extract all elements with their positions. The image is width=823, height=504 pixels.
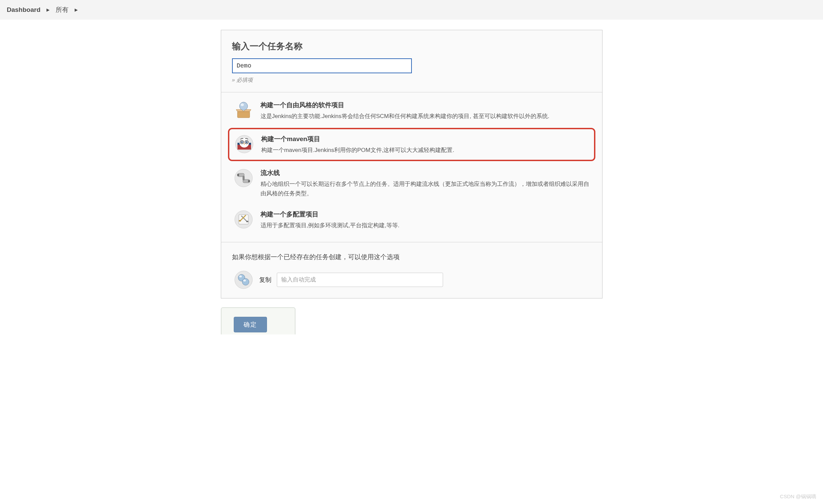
breadcrumb-dashboard[interactable]: Dashboard <box>7 6 40 14</box>
option-title: 流水线 <box>261 169 591 177</box>
ok-button[interactable]: 确定 <box>234 317 267 332</box>
svg-point-11 <box>241 141 243 143</box>
option-pipeline[interactable]: 流水线 精心地组织一个可以长期运行在多个节点上的任务。适用于构建流水线（更加正式… <box>228 162 595 204</box>
option-desc: 构建一个maven项目.Jenkins利用你的POM文件,这样可以大大减轻构建配… <box>261 146 591 155</box>
svg-point-18 <box>248 180 250 182</box>
breadcrumb: Dashboard ▶ 所有 ▶ <box>0 0 823 20</box>
required-hint: » 必填项 <box>232 77 591 84</box>
copy-label: 复制 <box>259 276 271 284</box>
svg-point-4 <box>241 103 244 106</box>
copy-section: 如果你想根据一个已经存在的任务创建，可以使用这个选项 复制 <box>221 242 602 298</box>
option-freestyle[interactable]: 构建一个自由风格的软件项目 这是Jenkins的主要功能.Jenkins将会结合… <box>228 95 595 127</box>
svg-rect-20 <box>239 215 248 224</box>
svg-point-27 <box>239 275 242 277</box>
maven-icon <box>234 134 254 154</box>
pipeline-icon <box>233 168 254 188</box>
svg-rect-0 <box>237 112 250 118</box>
svg-point-28 <box>242 278 249 285</box>
option-desc: 适用于多配置项目,例如多环境测试,平台指定构建,等等. <box>261 221 591 230</box>
chevron-right-icon: ▶ <box>46 7 50 12</box>
option-maven[interactable]: 构建一个maven项目 构建一个maven项目.Jenkins利用你的POM文件… <box>228 128 595 161</box>
option-title: 构建一个maven项目 <box>261 135 591 143</box>
name-section: 输入一个任务名称 » 必填项 <box>221 30 602 92</box>
multiconfig-icon <box>233 209 254 230</box>
option-multiconfig[interactable]: 构建一个多配置项目 适用于多配置项目,例如多环境测试,平台指定构建,等等. <box>228 204 595 236</box>
svg-rect-24 <box>239 220 241 221</box>
breadcrumb-all[interactable]: 所有 <box>56 5 69 14</box>
footer-panel: 确定 <box>221 307 295 334</box>
item-type-list: 构建一个自由风格的软件项目 这是Jenkins的主要功能.Jenkins将会结合… <box>221 92 602 242</box>
option-title: 构建一个多配置项目 <box>261 210 591 219</box>
svg-rect-23 <box>246 221 248 222</box>
new-item-panel: 输入一个任务名称 » 必填项 构建一个自由风格的软件项目 这是Jen <box>221 30 602 298</box>
svg-point-17 <box>237 174 239 176</box>
svg-point-12 <box>246 141 247 143</box>
option-desc: 精心地组织一个可以长期运行在多个节点上的任务。适用于构建流水线（更加正式地应当称… <box>261 179 591 198</box>
copy-row: 复制 <box>232 270 591 290</box>
copy-icon <box>233 270 254 290</box>
copy-from-input[interactable] <box>277 273 443 287</box>
option-title: 构建一个自由风格的软件项目 <box>261 101 591 110</box>
item-name-input[interactable] <box>232 58 412 73</box>
copy-hint: 如果你想根据一个已经存在的任务创建，可以使用这个选项 <box>232 253 591 261</box>
svg-point-3 <box>240 102 248 110</box>
option-desc: 这是Jenkins的主要功能.Jenkins将会结合任何SCM和任何构建系统来构… <box>261 112 591 121</box>
svg-point-29 <box>243 279 246 282</box>
section-title: 输入一个任务名称 <box>232 40 591 52</box>
chevron-right-icon: ▶ <box>75 7 78 12</box>
freestyle-icon <box>233 100 254 120</box>
